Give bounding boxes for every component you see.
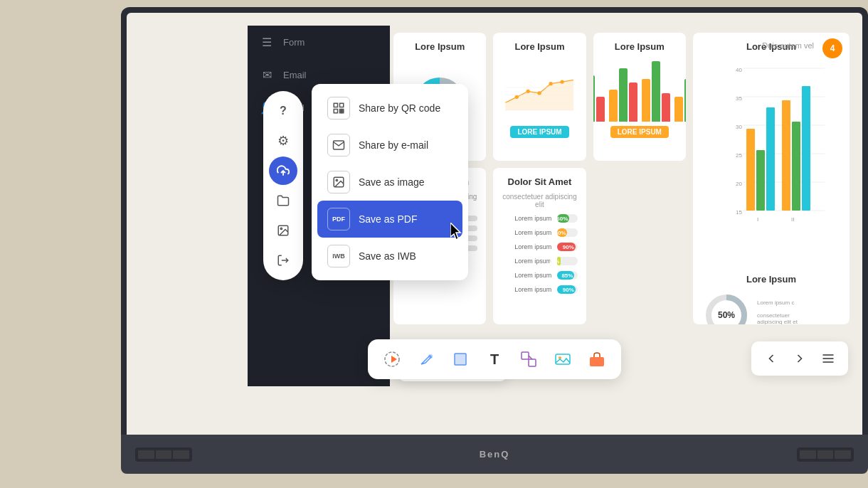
pct-2: 50% (554, 230, 566, 236)
svg-marker-52 (391, 356, 397, 363)
bar-chip: LORE IPSUM (610, 126, 669, 138)
gallery-button[interactable] (269, 216, 297, 245)
sidebar-item-form[interactable]: ☰ Form (248, 26, 390, 58)
bar (652, 61, 660, 122)
popup-label-share-qr: Share by QR code (359, 102, 440, 114)
settings-button[interactable]: ⚙ (269, 127, 297, 155)
nav-menu-button[interactable] (815, 346, 841, 371)
progress-item-4: Lorem ipsum 17% (502, 257, 577, 265)
progress-fill-1: 60% (557, 214, 569, 223)
pct-5: 85% (561, 272, 573, 279)
shape-tool-button[interactable] (445, 344, 476, 375)
folder-button[interactable] (269, 186, 297, 215)
card-dolor-title: Dolor Sit Amet (502, 176, 577, 187)
qr-icon (327, 97, 350, 120)
transform-tool-button[interactable] (513, 344, 544, 375)
svg-rect-56 (529, 359, 536, 366)
progress-label-4: Lorem ipsum (502, 258, 551, 265)
speaker-left (135, 447, 192, 462)
forward-button[interactable] (787, 346, 813, 371)
progress-track-6: 90% (557, 285, 577, 294)
progress-track-1: 60% (557, 214, 577, 223)
monitor-brand-label: BenQ (480, 449, 510, 460)
svg-point-22 (549, 82, 553, 85)
help-button[interactable]: ? (269, 97, 297, 125)
monitor-shell: ☰ Form ✉ Email 👤 Profil 2 ? ⚙ (121, 7, 868, 445)
right-donut-wrap: 50% Lorem ipsum cconsectetuer adipiscing… (702, 290, 841, 324)
popup-label-save-iwb: Save as IWB (359, 250, 416, 262)
email-popup-icon (327, 134, 350, 157)
popup-item-share-qr[interactable]: Share by QR code (317, 90, 462, 127)
right-bar-chart: 40 35 30 25 20 15 (702, 58, 841, 271)
popup-item-share-email[interactable]: Share by e-mail (317, 127, 462, 164)
card-line-title: Lore Ipsum (502, 41, 577, 52)
pct-3: 90% (563, 244, 574, 250)
card-line: Lore Ipsum (493, 33, 586, 161)
pct-6: 90% (563, 287, 574, 293)
popup-item-save-pdf[interactable]: PDF Save as PDF (317, 201, 462, 238)
svg-text:50%: 50% (718, 310, 735, 320)
bar (593, 75, 595, 122)
progress-fill-6: 90% (557, 285, 575, 294)
svg-text:I: I (757, 216, 758, 223)
progress-track-2: 50% (557, 228, 577, 237)
progress-item-3: Lorem ipsum 90% (502, 243, 577, 251)
svg-text:25: 25 (736, 152, 742, 159)
text-tool-button[interactable]: T (479, 344, 510, 375)
progress-item-2: Lorem ipsum 50% (502, 228, 577, 237)
progress-item-1: Lorem ipsum 60% (502, 214, 577, 223)
popup-item-save-iwb[interactable]: IWB Save as IWB (317, 238, 462, 275)
sidebar-label-form: Form (283, 37, 305, 48)
progress-track-3: 90% (557, 243, 577, 251)
svg-rect-42 (766, 107, 775, 211)
monitor-bottom-bar: BenQ (121, 435, 868, 474)
line-chart (502, 58, 577, 122)
card-donut-title: Lore Ipsum (402, 41, 477, 52)
briefcase-tool-button[interactable] (581, 344, 613, 375)
svg-rect-4 (334, 103, 337, 107)
svg-text:35: 35 (736, 95, 742, 102)
bar (662, 93, 670, 122)
image-tool-button[interactable] (547, 344, 578, 375)
svg-rect-10 (342, 112, 344, 113)
floating-toolbar: ? ⚙ (263, 91, 303, 280)
notification-badge[interactable]: 4 (822, 38, 842, 58)
progress-item-6: Lorem ipsum 90% (502, 285, 577, 294)
progress-label-3: Lorem ipsum (502, 243, 551, 250)
svg-rect-54 (455, 354, 466, 365)
card-bar: Lore Ipsum (593, 33, 686, 161)
right-donut: 50% (702, 290, 751, 324)
bottom-toolbar: T (368, 339, 621, 379)
lorem-ipsum-desc: Lorem ipsum cconsectetuer adipiscing eli… (757, 299, 807, 325)
svg-rect-5 (340, 103, 344, 107)
iwb-icon: IWB (327, 245, 350, 267)
progress-label-6: Lorem ipsum (502, 286, 551, 293)
upload-button[interactable] (269, 157, 297, 185)
bar-group-4 (674, 65, 686, 122)
svg-rect-58 (556, 354, 570, 364)
bar-chart (602, 58, 677, 122)
email-icon: ✉ (259, 67, 275, 83)
bar (642, 79, 650, 122)
svg-point-19 (515, 95, 519, 99)
svg-point-12 (336, 179, 337, 181)
popup-item-save-image[interactable]: Save as image (317, 164, 462, 201)
card-dolor: Dolor Sit Amet consectetuer adipiscing e… (493, 168, 586, 324)
bar-group-1 (593, 75, 605, 122)
speaker-right (797, 447, 854, 462)
duis-text: Duis autem vel (762, 41, 814, 50)
svg-rect-43 (782, 100, 790, 211)
exit-button[interactable] (269, 246, 297, 275)
bottom-right-nav (751, 341, 848, 376)
bar (629, 83, 637, 122)
pen-tool-button[interactable] (411, 344, 442, 375)
select-tool-button[interactable] (376, 344, 408, 375)
progress-label-5: Lorem ipsum (502, 272, 551, 279)
card-dolor-subtitle: consectetuer adipiscing elit (502, 193, 577, 208)
card-bar-title: Lore Ipsum (602, 41, 677, 52)
progress-fill-3: 90% (557, 243, 575, 251)
back-button[interactable] (758, 346, 784, 371)
progress-track-5: 85% (557, 271, 577, 280)
progress-list: Lorem ipsum 60% Lorem ipsum (502, 214, 577, 294)
svg-text:40: 40 (736, 67, 742, 73)
